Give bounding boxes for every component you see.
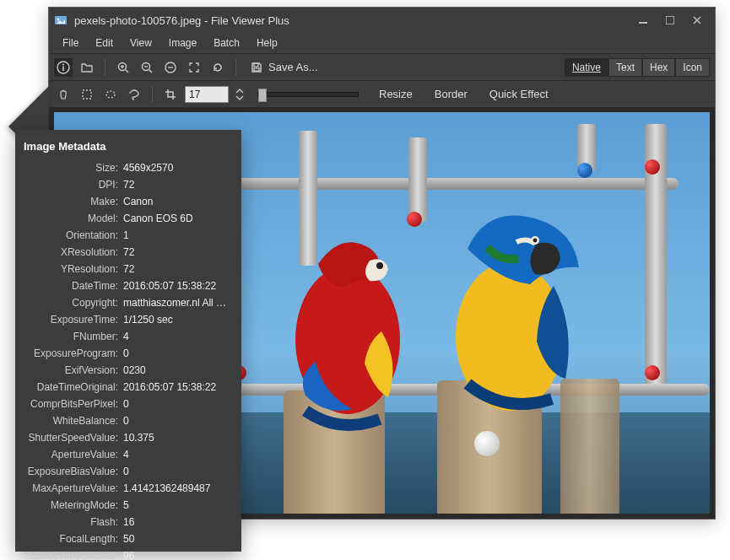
titlebar: pexels-photo-100576.jpeg - File Viewer P… — [49, 8, 715, 33]
view-tab-text[interactable]: Text — [608, 58, 642, 77]
image-decor — [645, 159, 660, 175]
view-mode-tabs: Native Text Hex Icon — [565, 58, 710, 77]
marquee-tool-icon[interactable] — [78, 85, 96, 104]
view-tab-icon[interactable]: Icon — [675, 58, 710, 77]
metadata-row: DateTimeOriginal:2016:05:07 15:38:22 — [19, 379, 233, 396]
metadata-title: Image Metadata — [19, 137, 233, 159]
svg-rect-11 — [254, 68, 259, 71]
menu-image[interactable]: Image — [160, 35, 205, 51]
menubar: File Edit View Image Batch Help — [49, 33, 715, 53]
metadata-value: 10.375 — [123, 429, 233, 446]
maximize-button[interactable] — [657, 11, 683, 30]
crop-tool-icon[interactable] — [161, 85, 180, 104]
metadata-key: YResolution: — [19, 261, 123, 277]
image-decor — [408, 193, 603, 429]
zoom-out-icon[interactable] — [138, 58, 156, 77]
zoom-slider[interactable] — [257, 92, 359, 97]
svg-rect-2 — [639, 22, 647, 24]
info-icon[interactable] — [54, 58, 73, 77]
metadata-value: 96 — [123, 547, 233, 560]
metadata-row: ExposureBiasValue:0 — [19, 463, 233, 480]
hand-tool-icon[interactable] — [54, 85, 73, 104]
metadata-key: FocalLength: — [19, 530, 123, 547]
zoom-reset-icon[interactable] — [161, 58, 180, 77]
zoom-slider-thumb[interactable] — [258, 89, 267, 102]
close-button[interactable] — [684, 11, 710, 30]
metadata-row: DPI:72 — [19, 176, 233, 193]
metadata-value: 0 — [123, 463, 233, 480]
metadata-value: 72 — [123, 176, 233, 193]
menu-help[interactable]: Help — [248, 35, 286, 51]
fit-screen-icon[interactable] — [185, 58, 203, 77]
metadata-row: ComprBitsPerPixel:0 — [19, 396, 233, 412]
metadata-row: ExifVersion:0230 — [19, 362, 233, 379]
view-tab-native[interactable]: Native — [565, 58, 608, 77]
metadata-row: Model:Canon EOS 6D — [19, 210, 233, 227]
metadata-row: FNumber:4 — [19, 328, 233, 345]
metadata-key: FNumber: — [19, 328, 123, 345]
svg-rect-12 — [83, 90, 91, 99]
lasso-tool-icon[interactable] — [125, 85, 143, 104]
metadata-value: 2016:05:07 15:38:22 — [123, 379, 233, 396]
metadata-key: SubsecTimeOriginal: — [19, 547, 123, 560]
metadata-row: MaxApertureValue:1.41421362489487 — [19, 480, 233, 497]
metadata-value: 4 — [123, 328, 233, 345]
metadata-value: 5 — [123, 497, 233, 514]
save-as-button[interactable]: Save As... — [245, 61, 323, 74]
svg-point-13 — [106, 91, 115, 98]
metadata-value: Canon EOS 6D — [123, 210, 233, 227]
svg-rect-3 — [666, 16, 674, 24]
metadata-value: 16 — [123, 514, 233, 530]
menu-edit[interactable]: Edit — [87, 35, 122, 51]
metadata-key: DPI: — [19, 176, 123, 193]
border-button[interactable]: Border — [435, 88, 468, 100]
menu-view[interactable]: View — [122, 35, 160, 51]
metadata-row: SubsecTimeOriginal:96 — [19, 547, 233, 560]
svg-point-18 — [533, 239, 538, 243]
metadata-key: ExposureTime: — [19, 311, 123, 328]
metadata-row: ShutterSpeedValue:10.375 — [19, 429, 233, 446]
zoom-value-input[interactable] — [185, 86, 229, 103]
metadata-key: Size: — [19, 159, 123, 176]
svg-point-15 — [376, 262, 383, 269]
metadata-key: ShutterSpeedValue: — [19, 429, 123, 446]
metadata-value: 0 — [123, 345, 233, 362]
svg-rect-5 — [62, 66, 64, 71]
rotate-icon[interactable] — [208, 58, 227, 77]
toolbar-main: Save As... Native Text Hex Icon — [49, 53, 715, 80]
window-title: pexels-photo-100576.jpeg - File Viewer P… — [74, 14, 289, 27]
zoom-stepper-icon[interactable] — [234, 85, 246, 104]
metadata-rows: Size:4569x2570DPI:72Make:CanonModel:Cano… — [19, 159, 233, 560]
metadata-value: 1 — [123, 227, 233, 244]
svg-point-1 — [57, 19, 60, 21]
metadata-value: 0 — [123, 412, 233, 429]
ellipse-select-icon[interactable] — [101, 85, 120, 104]
metadata-value: matthiaszomer.nl All Rights Res — [123, 294, 233, 311]
metadata-value: 1.41421362489487 — [123, 480, 233, 497]
zoom-in-icon[interactable] — [114, 58, 132, 77]
metadata-key: Orientation: — [19, 227, 123, 244]
metadata-row: Flash:16 — [19, 514, 233, 530]
metadata-panel: Image Metadata Size:4569x2570DPI:72Make:… — [15, 130, 241, 552]
svg-point-6 — [62, 63, 64, 65]
metadata-key: ExifVersion: — [19, 362, 123, 379]
metadata-key: DateTimeOriginal: — [19, 379, 123, 396]
minimize-button[interactable] — [630, 11, 656, 30]
metadata-key: ComprBitsPerPixel: — [19, 396, 123, 412]
image-decor — [645, 365, 660, 380]
menu-batch[interactable]: Batch — [205, 35, 248, 51]
metadata-row: XResolution:72 — [19, 244, 233, 261]
view-tab-hex[interactable]: Hex — [642, 58, 675, 77]
metadata-row: Size:4569x2570 — [19, 159, 233, 176]
metadata-key: WhiteBalance: — [19, 412, 123, 429]
metadata-key: Make: — [19, 193, 123, 210]
metadata-row: Make:Canon — [19, 193, 233, 210]
metadata-value: 0230 — [123, 362, 233, 379]
metadata-value: 0 — [123, 396, 233, 412]
metadata-key: ExposureProgram: — [19, 345, 123, 362]
toolbar-image: Resize Border Quick Effect — [49, 80, 715, 107]
quick-effect-button[interactable]: Quick Effect — [489, 88, 549, 100]
menu-file[interactable]: File — [54, 35, 87, 51]
open-folder-icon[interactable] — [78, 58, 96, 77]
resize-button[interactable]: Resize — [379, 88, 413, 100]
